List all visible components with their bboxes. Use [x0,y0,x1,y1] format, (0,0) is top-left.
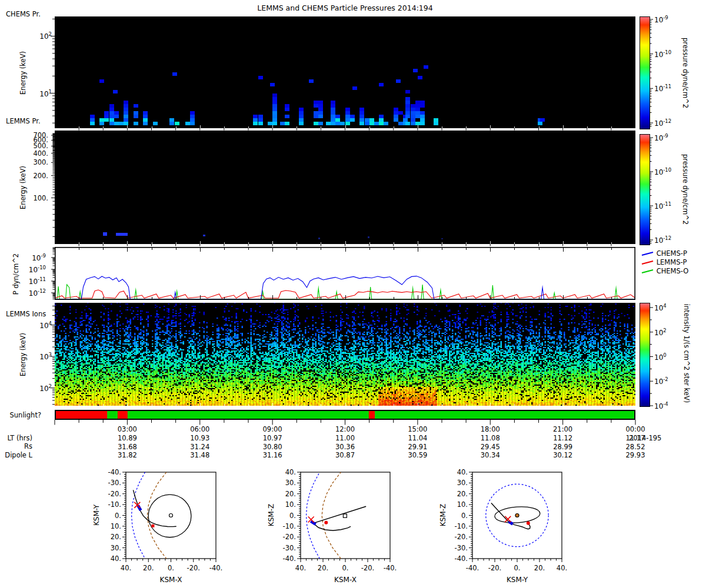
colorbar-pressure-tick-label: 10-9 [654,133,668,142]
lt-value: 10.97 [255,434,290,442]
lt-value: 11.08 [472,434,508,442]
orbit-x-axis-title: KSM-Y [497,576,538,584]
rs-value: 31.24 [182,443,218,451]
y-axis-title-energy-ions: Energy (keV) [19,316,27,393]
ytick-label-lemms: 100. [29,194,48,202]
colorbar-pressure-tick-label: 10-11 [654,83,671,93]
orbit-x-tick-label: -20. [356,564,379,572]
rs-value: 29.91 [400,443,435,451]
rs-value: 29.45 [472,443,508,451]
saturn-marker [515,514,519,517]
lemms-ions-spectrogram [55,303,635,406]
orbit-y-tick-label: -20. [275,533,296,541]
dipole-l-value: 31.48 [182,451,218,459]
orbit-y-tick-label: -40. [100,468,121,476]
orbit-x-tick-label: 40. [114,564,138,572]
dipole-l-value: 29.93 [618,451,653,459]
ytick-label-lemms: 300. [29,158,48,166]
orbit-y-tick-label: 10. [275,500,296,509]
legend-line-chems-p [641,250,654,256]
legend-label-lemms-p: LEMMS-P [657,258,687,266]
plot-page: LEMMS and CHEMS Particle Pressures 2014:… [0,0,706,588]
rs-value: 28.99 [545,443,581,451]
ytick-label-ions: 104 [33,320,52,330]
colorbar-pressure-tick-label: 10-10 [654,49,671,59]
orbit-y-axis-title: KSM-Z [267,495,275,536]
lt-value: 10.89 [109,434,145,442]
y-axis-title-pdyn: P dyn/cm^2 [12,242,20,306]
orbit-x-axis-title: KSM-X [151,576,192,584]
dipole-l-value: 30.59 [400,451,435,459]
rs-value: 30.36 [328,443,363,451]
orbit-plot-frame [126,472,216,559]
orbit-x-tick-label: 0. [159,564,183,572]
time-tick-label: 18:00 [472,425,508,433]
row-label-dipole-l: Dipole L [3,451,32,459]
panel-title-lemms-pr: LEMMS Pr. [6,117,41,125]
orbit-y-tick-label: -10. [100,500,121,509]
position-dot-marker [527,522,530,525]
colorbar-intensity-tick-label: 10-4 [654,401,668,410]
legend-line-chems-o [641,268,654,274]
orbit-y-tick-label: -30. [100,479,121,487]
lt-value: 11.17 [618,434,653,442]
colorbar-pressure-tick-label: 10-12 [654,118,671,128]
orbit-y-tick-label: -20. [100,490,121,498]
ytick-label-pdyn: 10-10 [22,265,46,274]
magnetopause-curve [307,472,320,559]
chems-pressure-spectrogram [55,16,635,128]
colorbar-intensity-tick-label: 102 [654,328,667,337]
lt-value: 11.04 [400,434,435,442]
orbit-y-tick-label: 40. [447,468,468,476]
legend-item-lemms-p: LEMMS-P [641,258,687,266]
orbit-x-tick-label: 40. [550,564,574,572]
time-tick-label: 06:00 [182,425,218,433]
lt-value: 10.93 [182,434,218,442]
legend-item-chems-o: CHEMS-O [641,267,688,275]
colorbar-intensity-tick-label: 10-2 [654,376,668,386]
colorbar-pressure-lemms [640,134,650,245]
time-tick-label: 12:00 [328,425,363,433]
saturn-marker [343,514,347,517]
ytick-label-chems: 101 [33,89,52,98]
orbit-x-tick-label: -20. [182,564,205,572]
time-tick-label: 09:00 [255,425,290,433]
colorbar-intensity-tick-label: 104 [654,303,667,312]
orbit-x-tick-label: 0. [334,564,357,572]
colorbar-pressure-tick-label: 10-12 [654,235,671,245]
orbit-y-tick-label: 0. [275,512,296,520]
orbit-y-tick-label: 0. [100,512,121,520]
position-dot-marker [324,521,328,524]
dipole-l-value: 30.87 [328,451,363,459]
colorbar-pressure-tick-label: 10-11 [654,201,671,211]
time-tick-label: 21:00 [545,425,581,433]
orbit-y-tick-label: 30. [100,544,121,552]
orbit-x-tick-label: 20. [311,564,335,572]
lt-value: 11.12 [545,434,581,442]
rs-value: 30.80 [255,443,290,451]
orbit-y-tick-label: 20. [447,490,468,498]
y-axis-title-energy-lemms: Energy (keV) [19,149,27,226]
legend-item-chems-p: CHEMS-P [641,249,687,258]
dipole-l-value: 30.12 [545,451,581,459]
orbit-y-tick-label: 20. [275,490,296,498]
legend-label-chems-o: CHEMS-O [657,267,689,275]
dipole-l-value: 31.82 [109,451,145,459]
colorbar-pressure-tick-label: 10-9 [654,15,668,24]
dipole-l-value: 31.16 [255,451,290,459]
orbit-y-tick-label: -10. [275,522,296,530]
row-label-lt: LT (hrs) [3,434,32,442]
orbit-x-tick-label: 0. [505,564,529,572]
orbit-y-tick-label: 30. [275,479,296,487]
saturn-marker [169,514,173,517]
orbit-y-tick-label: 20. [100,533,121,541]
colorbar-pressure-tick-label: 10-10 [654,167,671,176]
ytick-label-lemms: 200. [29,172,48,180]
orbit-y-tick-label: -10. [447,522,468,530]
ytick-label-pdyn: 10-9 [22,253,46,262]
legend-label-chems-p: CHEMS-P [657,249,687,258]
panel-title-chems-pr: CHEMS Pr. [6,10,41,18]
ytick-label-chems: 102 [33,31,52,41]
time-tick-label: 03:00 [109,425,145,433]
dipole-l-value: 30.34 [472,451,508,459]
